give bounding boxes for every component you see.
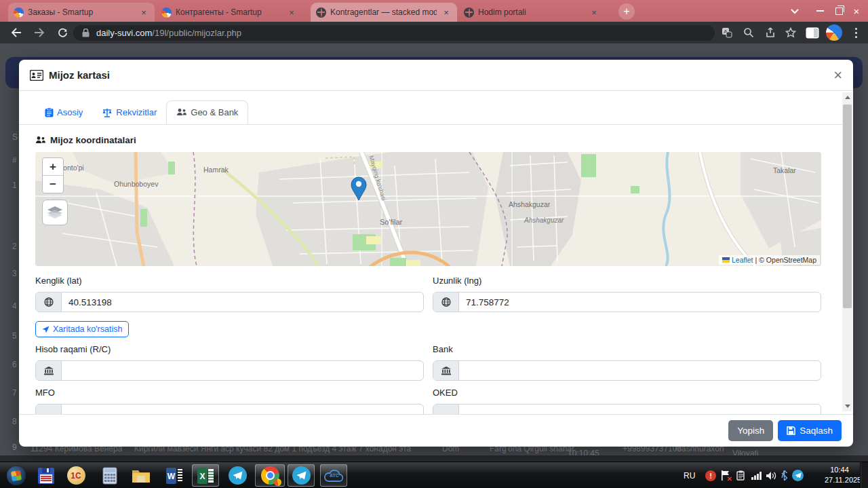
osm-link[interactable]: © OpenStreetMap — [759, 256, 816, 264]
tab-title: Заказы - Smartup — [28, 7, 134, 17]
tab-label: Asosiy — [57, 107, 83, 117]
folder-app-icon[interactable] — [127, 464, 155, 487]
window-restore-button[interactable] — [830, 5, 848, 16]
tab-title: Kontragentlar — stacked modal ( — [330, 7, 437, 17]
bank-icon — [36, 405, 62, 414]
profile-avatar[interactable] — [826, 24, 842, 41]
map-tiles — [35, 152, 821, 266]
id-card-icon — [30, 70, 43, 81]
excel-app-icon[interactable]: X — [192, 464, 219, 487]
tab-rekvizitlar[interactable]: Rekvizitlar — [92, 100, 166, 124]
scrollbar-thumb[interactable] — [843, 105, 852, 308]
map-place-label: Ohunboboyev — [114, 180, 158, 188]
antivirus-alert-icon[interactable]: ! — [705, 462, 716, 488]
url-domain: daily-suvi.com — [96, 28, 152, 38]
zoom-search-icon[interactable] — [741, 24, 757, 41]
tab-search-chevron-icon[interactable] — [787, 3, 803, 20]
mfo-input[interactable] — [62, 405, 423, 414]
lat-input[interactable] — [62, 293, 423, 312]
tray-clock[interactable]: 10:44 27.11.2025 — [825, 465, 854, 485]
page-bottom-strip — [0, 455, 868, 462]
people-map-icon — [176, 108, 187, 117]
browser-tab-kontragentlar-active[interactable]: Kontragentlar — stacked modal ( × — [311, 3, 457, 22]
browser-tab-hodim[interactable]: Hodim portali × — [458, 3, 605, 22]
dim-text: 9 — [12, 443, 17, 452]
tab-close-icon[interactable]: × — [138, 7, 149, 18]
tray-app-icon[interactable] — [736, 462, 746, 488]
flag-error-badge: ✕ — [727, 475, 732, 483]
bluetooth-icon[interactable] — [781, 462, 787, 488]
account-input[interactable] — [62, 361, 423, 380]
modal-scrollbar[interactable] — [842, 92, 852, 411]
dim-text: # — [12, 155, 17, 165]
lock-icon[interactable] — [82, 29, 90, 37]
people-map-icon — [35, 136, 46, 145]
window-close-button[interactable]: × — [848, 5, 865, 16]
share-icon[interactable] — [762, 24, 778, 41]
leaflet-map[interactable]: Eshonto'pi Ohunboboyev Hamrak Mayqing ko… — [35, 152, 821, 266]
dim-text: 4 — [12, 301, 17, 311]
zoom-in-button[interactable]: + — [43, 158, 63, 176]
word-app-icon[interactable]: W — [161, 464, 188, 487]
telegram-app-icon[interactable] — [224, 464, 251, 487]
yopish-button[interactable]: Yopish — [728, 420, 773, 441]
modal-header: Mijoz kartasi × — [19, 60, 853, 91]
lng-input[interactable] — [459, 293, 821, 312]
calculator-app-icon[interactable] — [96, 464, 123, 487]
dim-text: 5 — [12, 331, 17, 341]
show-desktop-button[interactable] — [860, 462, 868, 488]
address-bar[interactable]: daily-suvi.com/19l/public/mijozlar.php — [73, 25, 715, 41]
scroll-down-arrow-icon[interactable] — [842, 401, 852, 411]
svg-text:X: X — [199, 472, 205, 481]
map-place-label: Hamrak — [203, 166, 229, 174]
browser-toolbar: daily-suvi.com/19l/public/mijozlar.php A — [0, 22, 868, 43]
leaflet-link[interactable]: Leaflet — [732, 256, 753, 264]
bank-input[interactable] — [459, 361, 821, 380]
bank-label: Bank — [433, 344, 453, 354]
reload-icon[interactable] — [54, 24, 71, 41]
browser-tab-zakazy[interactable]: Заказы - Smartup × — [8, 3, 155, 22]
tab-asosiy[interactable]: Asosiy — [35, 100, 92, 124]
1c-app-icon[interactable]: 1С — [62, 464, 90, 487]
browser-menu-kebab-icon[interactable] — [848, 24, 864, 41]
taskbar: 1С W X — [0, 462, 868, 488]
back-icon[interactable] — [8, 24, 24, 41]
tab-close-icon[interactable]: × — [589, 7, 599, 18]
telegram-tray-icon[interactable] — [792, 462, 804, 488]
chrome-badge-icon — [274, 478, 281, 486]
map-layers-button[interactable] — [42, 200, 68, 225]
modal-body: Asosiy Rekvizitlar Geo & Bank — [19, 91, 842, 414]
saqlash-button[interactable]: Saqlash — [778, 420, 842, 441]
tray-language[interactable]: RU — [684, 462, 695, 488]
modal-close-icon[interactable]: × — [833, 68, 842, 83]
tab-label: Rekvizitlar — [116, 107, 157, 117]
window-minimize-button[interactable] — [811, 5, 829, 16]
network-signal-icon[interactable] — [751, 462, 762, 488]
scroll-up-arrow-icon[interactable] — [842, 92, 852, 102]
telegram2-app-icon[interactable] — [288, 464, 315, 487]
globe-favicon-icon — [464, 7, 474, 18]
forward-icon[interactable] — [31, 24, 47, 41]
show-on-map-button[interactable]: Xaritada ko'rsatish — [35, 321, 129, 337]
map-place-label: Ahshakguzar — [509, 200, 550, 208]
browser-tab-kontragenty[interactable]: Контрагенты - Smartup × — [156, 3, 302, 22]
side-panel-icon[interactable] — [804, 24, 821, 41]
browser-tabstrip: Заказы - Smartup × Контрагенты - Smartup… — [0, 0, 868, 22]
tab-geo-bank[interactable]: Geo & Bank — [166, 100, 248, 124]
tab-close-icon[interactable]: × — [286, 7, 297, 18]
atc-cloud-app-icon[interactable]: ATC — [320, 464, 347, 487]
chrome-app-icon[interactable] — [255, 464, 285, 487]
translate-icon[interactable]: A — [719, 24, 735, 41]
floppy-app-icon[interactable] — [33, 464, 60, 487]
tab-close-icon[interactable]: × — [441, 7, 452, 18]
start-button[interactable] — [3, 464, 30, 487]
dim-text: 2 — [12, 242, 17, 251]
action-center-flag-icon[interactable]: ✕ — [721, 462, 730, 488]
oked-input[interactable] — [459, 405, 821, 414]
layers-icon — [47, 206, 62, 219]
new-tab-button[interactable]: + — [618, 3, 635, 20]
journal-icon — [45, 108, 54, 117]
volume-icon[interactable] — [766, 462, 777, 488]
zoom-out-button[interactable]: − — [43, 176, 63, 193]
bookmark-star-icon[interactable] — [783, 24, 799, 41]
